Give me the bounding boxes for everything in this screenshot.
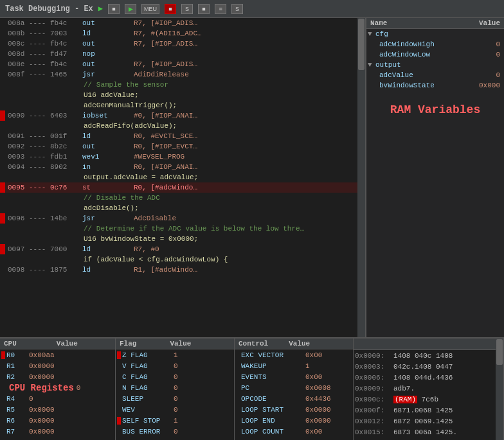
reg-r5: R5 0x0000 [0,404,115,415]
reg-r6: R6 0x0000 [0,415,115,426]
code-line: 008b ---- 7003 ld R7, #(ADI16_ADC… [0,28,365,39]
code-line: 008f ---- 1465 jsr AdiDdiRelease [0,69,365,80]
code-line: 008c ---- fb4c out R7, [#IOP_ADIS… [0,39,365,49]
reg-r0: R0 0x00aa [0,349,115,360]
flag-marker [117,417,121,425]
bp-marker [0,141,5,152]
reg-marker [1,351,5,359]
memory-scrollbar-thumb [496,339,503,365]
flag-marker [117,362,121,370]
mem-row: 0x0000: 1408 040c 1408 [354,350,503,361]
code-comment: // Disable the ADC [0,193,365,203]
ctrl-marker [236,395,240,403]
ctrl-wakeup: WAKEUP 1 [235,360,353,371]
flag-header-name: Flag [116,339,140,349]
mem-row: 0x0003: 042c.1408 0447 [354,361,503,372]
cpu-panel-header: CPU Value [0,339,115,349]
reg-marker [1,417,5,425]
reg-r7: R7 0x0000 [0,426,115,437]
var-adcValue: adcValue 0 [366,70,504,80]
bp-marker [0,265,5,275]
vars-name-header: Name [366,18,465,28]
arrow-icon: ▶ [98,4,103,13]
current-code-line: 0095 ---- 0c76 st R0, [#adcWindo… [0,182,365,193]
mem-row: 0x000c: (RAM) 7c6b [354,394,503,405]
vars-header: Name Value [366,18,504,29]
code-src: U16 adcValue; [0,90,365,100]
bp-marker-active [0,110,5,121]
ctrl-loopend: LOOP END 0x0000 [235,415,353,426]
ctrl-loopstart: LOOP START 0x0000 [235,404,353,415]
code-line: 008a ---- fb4c out R7, [#IOP_ADIS… [0,18,365,28]
ctrl-opcode: OPCODE 0x4436 [235,393,353,404]
mem-row: 0x0018: 786b f801 fa01 [354,437,503,440]
mem-row: 0x0012: 6872 0069.1425 [354,416,503,427]
var-group-cfg[interactable]: ▼ cfg [366,29,504,39]
reg-marker [1,362,5,370]
window-title: Task Debugging - Ex [5,4,93,13]
mem-row: 0x000f: 6871.0068 1425 [354,405,503,416]
code-line: 0091 ---- 001f ld R0, #EVCTL_SCE… [0,131,365,141]
scrollbar-thumb [358,19,364,70]
record-button[interactable]: ■ [165,4,176,14]
mem-row: 0x0006: 1408 044d.4436 [354,372,503,383]
current-arrow [0,182,5,193]
memory-panel[interactable]: 0x0000: 1408 040c 1408 0x0003: 042c.1408… [354,339,504,440]
flag-marker [117,428,121,436]
reg-marker [1,384,5,392]
reg-marker [1,406,5,414]
bp-marker [0,18,5,28]
flag-wev: WEV 0 [116,404,234,415]
stop2-button[interactable]: ■ [198,4,210,14]
flag-n: N FLAG 0 [116,382,234,393]
code-panel[interactable]: 008a ---- fb4c out R7, [#IOP_ADIS… 008b … [0,18,366,337]
title-bar: Task Debugging - Ex ▶ ■ ▶ MEU ■ S ■ ≡ S [0,0,504,18]
cpu-registers-label: CPU Registes [6,383,74,393]
mem-row: 0x0009: adb7. [354,383,503,394]
code-src: U16 bvWindowState = 0x0000; [0,234,365,244]
var-adcWindowLow: adcWindowLow 0 [366,49,504,60]
ctrl-marker [236,406,240,414]
cpu-panel: CPU Value R0 0x00aa R1 0x0000 R2 0x0000 … [0,339,116,440]
code-line: 0094 ---- 8902 in R0, [#IOP_ANAI… [0,162,365,172]
bp-marker [0,152,5,162]
stop-button[interactable]: ■ [108,4,120,14]
ram-label: RAM Variables [366,91,504,123]
ctrl-marker [236,373,240,381]
bp-marker-active [0,213,5,224]
step-button[interactable]: S [181,4,193,14]
code-line: 0092 ---- 8b2c out R0, [#IOP_EVCT… [0,141,365,152]
ctrl-pc: PC 0x0008 [235,382,353,393]
reg-marker [1,428,5,436]
settings-button[interactable]: S [231,4,243,14]
control-panel: Control Value EXC VECTOR 0x00 WAKEUP 1 E… [235,339,354,440]
code-src: adcGenManualTrigger(); [0,100,365,110]
memory-scrollbar[interactable] [496,339,503,440]
bp-marker [0,69,5,80]
bp-marker [0,131,5,141]
var-bvWindowState: bvWindowState 0x000 [366,80,504,91]
flag-panel-header: Flag Value [116,339,234,349]
bp-marker [0,162,5,172]
flag-selfstop: SELF STOP 1 [116,415,234,426]
mem-panel-header [354,339,503,350]
flag-header-value: Value [166,339,195,349]
code-comment: // Determine if the ADC value is below t… [0,224,365,234]
code-comment: // Sample the sensor [0,80,365,90]
flag-marker [117,384,121,392]
play-button[interactable]: ▶ [125,4,136,14]
flag-marker [117,395,121,403]
vertical-scrollbar[interactable] [357,18,365,337]
ctrl-header-name: Control [235,339,272,349]
meu-button[interactable]: MEU [141,4,159,14]
flag-sleep: SLEEP 0 [116,393,234,404]
var-group-output[interactable]: ▼ output [366,60,504,70]
ctrl-marker [236,384,240,392]
code-line: 0098 ---- 1875 ld R1, [#adcWindo… [0,265,365,275]
bp-marker [0,59,5,69]
code-src: adcDisable(); [0,203,365,213]
cpu-header-name: CPU [0,339,21,349]
list-button[interactable]: ≡ [215,4,226,14]
ctrl-marker [236,351,240,359]
code-src: adcReadFifo(adcValue); [0,121,365,131]
